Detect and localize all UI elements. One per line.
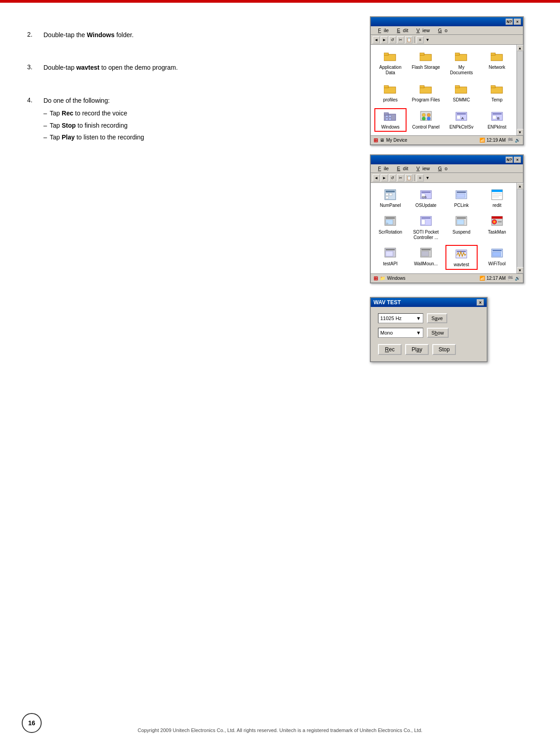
list-arrow-1: ▼ xyxy=(426,38,430,42)
file-item-wavtest[interactable]: wavtest xyxy=(445,245,478,270)
start-icon-2[interactable]: ⊞ xyxy=(373,275,378,282)
refresh-btn-1[interactable]: ↺ xyxy=(389,36,396,43)
file-label-enpkinst: ENPkInst xyxy=(488,124,507,130)
file-item-pclink[interactable]: PCLink xyxy=(445,187,478,210)
back-btn-2[interactable]: ◄ xyxy=(373,174,380,182)
file-label-controlpanel: Control Panel xyxy=(412,124,440,130)
enpkinst-icon: B xyxy=(490,109,504,124)
refresh-btn-2[interactable]: ↺ xyxy=(389,174,396,182)
scroll-down-2[interactable]: ▼ xyxy=(517,267,523,273)
file-item-enpkctrlsv[interactable]: A ENPkCtrlSv xyxy=(445,108,478,132)
file-item-temp[interactable]: Temp xyxy=(481,81,513,105)
file-item-sdmmc[interactable]: SDMMC xyxy=(445,81,478,105)
file-item-testapi[interactable]: testAPI xyxy=(374,245,407,270)
svg-rect-1 xyxy=(384,53,388,55)
svg-point-23 xyxy=(422,113,426,117)
help-button-1[interactable]: N? xyxy=(506,19,513,25)
scrollbar-1[interactable]: ▲ ▼ xyxy=(517,45,523,135)
back-btn-1[interactable]: ◄ xyxy=(373,36,380,43)
wav-play-button[interactable]: Play xyxy=(405,344,429,355)
titlebar-1: N? × xyxy=(371,17,523,26)
step-3-text-post: to open the demo program. xyxy=(100,64,178,71)
svg-rect-45 xyxy=(457,191,466,193)
toolbar-sep-2 xyxy=(414,175,415,181)
file-item-taskman[interactable]: TaskMan xyxy=(481,213,513,242)
wav-dialog: WAV TEST × 11025 Hz ▼ Save xyxy=(370,297,488,362)
titlebar-2: N? × xyxy=(371,155,523,164)
copy-btn-2[interactable]: 📋 xyxy=(405,174,412,182)
svg-text:⟳: ⟳ xyxy=(386,222,388,225)
list-btn-1[interactable]: ≡ xyxy=(416,36,424,43)
wav-show-button[interactable]: Show xyxy=(427,328,449,338)
step-4-list: – Tap Rec to record the voice – Tap Stop… xyxy=(43,108,144,142)
menu-file-1[interactable]: File xyxy=(373,27,392,34)
file-label-numpanel: NumPanel xyxy=(380,203,401,208)
scroll-up-1[interactable]: ▲ xyxy=(517,45,523,51)
wav-freq-select[interactable]: 11025 Hz ▼ xyxy=(378,313,423,323)
scrollbar-2[interactable]: ▲ ▼ xyxy=(517,183,523,273)
svg-rect-39 xyxy=(386,196,388,199)
menu-file-2[interactable]: File xyxy=(373,165,392,172)
scroll-up-2[interactable]: ▲ xyxy=(517,183,523,189)
scrrotation-icon: ⟳ xyxy=(383,214,397,229)
wav-channel-select[interactable]: Mono ▼ xyxy=(378,328,423,338)
wav-save-button[interactable]: Save xyxy=(427,313,447,323)
menu-go-2[interactable]: Go xyxy=(433,165,450,172)
scroll-track-2[interactable] xyxy=(517,189,523,267)
speaker-icon-1: 🔊 xyxy=(515,138,520,143)
file-label-sdmmc: SDMMC xyxy=(453,97,470,103)
wav-close-button[interactable]: × xyxy=(477,299,484,306)
menu-edit-2[interactable]: Edit xyxy=(392,165,411,172)
close-button-1[interactable]: × xyxy=(514,19,521,25)
file-item-flash[interactable]: Flash Storage xyxy=(410,48,442,77)
file-item-suspend[interactable]: Suspend xyxy=(445,213,478,242)
stop-label: Stop xyxy=(62,122,76,129)
svg-rect-15 xyxy=(491,86,495,88)
folder-icon-profiles xyxy=(383,82,397,96)
svg-rect-41 xyxy=(421,191,431,193)
file-item-soti[interactable]: SOTI Pocket Controller ... xyxy=(410,213,442,242)
svg-rect-53 xyxy=(386,217,395,219)
file-item-profiles[interactable]: profiles xyxy=(374,81,407,105)
list-btn-2[interactable]: ≡ xyxy=(416,174,424,182)
forward-btn-1[interactable]: ► xyxy=(381,36,388,43)
scroll-track-1[interactable] xyxy=(517,51,523,129)
step-4: 4. Do one of the following: – Tap Rec to… xyxy=(27,96,352,144)
left-column: 2. Double-tap the Windows folder. 3. Dou… xyxy=(27,16,352,362)
copyright-text: Copyright 2009 Unitech Electronics Co., … xyxy=(138,728,422,733)
copy-btn-1[interactable]: 📋 xyxy=(405,36,412,43)
menu-view-1[interactable]: View xyxy=(411,27,433,34)
file-item-controlpanel[interactable]: Control Panel xyxy=(410,108,442,132)
wav-stop-button[interactable]: Stop xyxy=(432,344,456,355)
menu-edit-1[interactable]: Edit xyxy=(392,27,411,34)
file-item-redit[interactable]: redit xyxy=(481,187,513,210)
wav-rec-button[interactable]: Rec xyxy=(378,344,402,355)
help-button-2[interactable]: N? xyxy=(506,157,513,163)
help-icon-2: N? xyxy=(507,158,512,162)
svg-rect-5 xyxy=(455,53,459,55)
file-item-scrrotation[interactable]: ⟳ ScrRotation xyxy=(374,213,407,242)
start-icon-1[interactable]: ⊞ xyxy=(373,137,378,144)
file-item-appdata[interactable]: Application Data xyxy=(374,48,407,77)
file-item-wifitool[interactable]: WiFiTool xyxy=(481,245,513,270)
file-item-enpkinst[interactable]: B ENPkInst xyxy=(481,108,513,132)
file-item-windows[interactable]: Windows xyxy=(374,108,407,132)
file-item-network[interactable]: Network xyxy=(481,48,513,77)
cut-btn-2[interactable]: ✂ xyxy=(397,174,404,182)
menu-go-1[interactable]: Go xyxy=(433,27,450,34)
close-button-2[interactable]: × xyxy=(514,157,521,163)
soti-icon xyxy=(419,214,433,229)
menu-view-2[interactable]: View xyxy=(411,165,433,172)
step-3-number: 3. xyxy=(27,62,36,72)
toolbar-sep-1 xyxy=(414,37,415,43)
file-item-mydocs[interactable]: My Documents xyxy=(445,48,478,77)
file-item-osupdate[interactable]: OS OSUpdate xyxy=(410,187,442,210)
forward-btn-2[interactable]: ► xyxy=(381,174,388,182)
dash-3: – xyxy=(43,132,47,142)
menubar-1: File Edit View Go xyxy=(371,26,523,35)
file-item-numpanel[interactable]: NumPanel xyxy=(374,187,407,210)
scroll-down-1[interactable]: ▼ xyxy=(517,129,523,135)
cut-btn-1[interactable]: ✂ xyxy=(397,36,404,43)
file-item-wallmount[interactable]: WallMoun... xyxy=(410,245,442,270)
file-item-programfiles[interactable]: Program Files xyxy=(410,81,442,105)
